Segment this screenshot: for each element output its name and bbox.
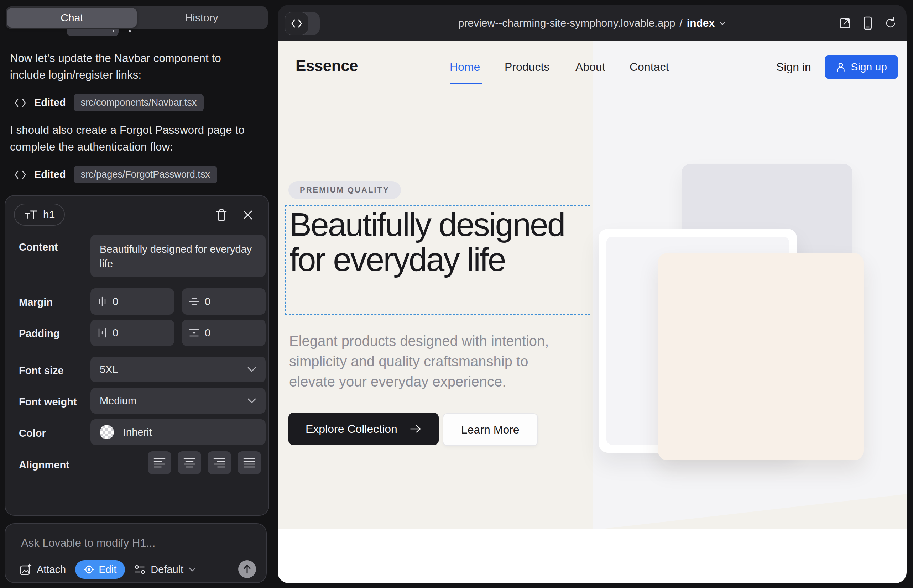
user-icon [836, 62, 846, 72]
chat-message: Now let's update the Navbar component to… [10, 50, 259, 83]
margin-y-value: 0 [205, 296, 210, 307]
margin-y-input[interactable]: 0 [182, 288, 265, 315]
element-editor-panel: h1 Content Beautifully designed for ever… [5, 195, 269, 516]
font-size-value: 5XL [100, 364, 118, 375]
nav-link-products[interactable]: Products [505, 60, 549, 74]
target-icon [84, 564, 94, 575]
sign-in-link[interactable]: Sign in [776, 60, 811, 74]
color-select[interactable]: Inherit [91, 419, 265, 445]
chevron-down-icon [188, 567, 196, 572]
attach-button[interactable]: Attach [19, 564, 66, 575]
typography-icon [24, 210, 37, 219]
margin-x-value: 0 [113, 296, 118, 307]
site-navbar: Essence Home Products About Contact Sign… [278, 41, 907, 98]
learn-more-button[interactable]: Learn More [443, 413, 538, 446]
close-icon[interactable] [240, 207, 256, 223]
align-justify-button[interactable] [238, 451, 261, 474]
attach-label: Attach [37, 564, 66, 575]
active-nav-underline [450, 82, 482, 84]
delete-element-button[interactable] [214, 207, 229, 223]
arrow-right-icon [410, 424, 422, 433]
code-icon[interactable] [285, 12, 308, 35]
align-left-button[interactable] [148, 451, 171, 474]
chat-history-tabs: Chat History [6, 6, 268, 29]
url-bar[interactable]: preview--charming-site-symphony.lovable.… [458, 5, 726, 41]
preview-window: preview--charming-site-symphony.lovable.… [278, 5, 907, 583]
margin-x-input[interactable]: 0 [91, 288, 174, 315]
nav-link-contact[interactable]: Contact [630, 60, 669, 74]
margin-horizontal-icon [97, 297, 107, 307]
sign-up-label: Sign up [851, 61, 887, 73]
browser-bar: preview--charming-site-symphony.lovable.… [278, 5, 907, 41]
chevron-down-icon [247, 398, 256, 404]
code-icon [14, 170, 26, 179]
chevron-down-icon [247, 367, 256, 372]
open-external-icon[interactable] [839, 17, 851, 29]
default-mode-button[interactable]: Default [134, 564, 196, 575]
padding-x-value: 0 [113, 327, 118, 339]
refresh-icon[interactable] [884, 17, 897, 29]
font-size-select[interactable]: 5XL [91, 357, 265, 382]
edit-label: Edit [99, 564, 117, 575]
hero-section: Essence Home Products About Contact Sign… [278, 41, 907, 529]
tab-history[interactable]: History [137, 8, 266, 28]
font-weight-select[interactable]: Medium [91, 388, 265, 414]
scrolled-badge-fragment [67, 29, 118, 36]
margin-label: Margin [19, 297, 53, 308]
sign-up-button[interactable]: Sign up [825, 55, 898, 79]
explore-collection-button[interactable]: Explore Collection [288, 413, 439, 445]
send-button[interactable] [238, 560, 256, 578]
element-tag-label: h1 [43, 208, 55, 221]
browser-actions [839, 5, 897, 41]
chat-composer: Attach Edit Default [5, 523, 267, 583]
composer-toolbar: Attach Edit Default [19, 559, 256, 580]
selected-element-tag: h1 [14, 204, 65, 226]
decor-card-cream [658, 253, 863, 460]
nav-link-about[interactable]: About [575, 60, 605, 74]
edited-file-row: Edited src/pages/ForgotPassword.tsx [14, 166, 217, 183]
edited-label: Edited [34, 97, 66, 108]
edited-file-chip[interactable]: src/pages/ForgotPassword.tsx [74, 166, 217, 183]
nav-link-home[interactable]: Home [450, 60, 480, 74]
padding-horizontal-icon [97, 328, 107, 338]
url-host: preview--charming-site-symphony.lovable.… [458, 17, 675, 29]
color-label: Color [19, 428, 46, 439]
content-input[interactable]: Beautifully designed for everyday life [91, 235, 265, 277]
padding-label: Padding [19, 328, 60, 339]
padding-y-input[interactable]: 0 [182, 320, 265, 346]
site-logo[interactable]: Essence [296, 57, 358, 75]
code-icon [14, 98, 26, 108]
font-weight-value: Medium [100, 395, 136, 407]
transparent-swatch-icon [100, 425, 114, 439]
edited-file-row: Edited src/components/Navbar.tsx [14, 94, 204, 111]
mobile-preview-icon[interactable] [863, 16, 873, 30]
alignment-label: Alignment [19, 459, 70, 471]
chat-panel: Chat History Now let's update the Navbar… [0, 0, 273, 588]
edit-mode-button[interactable]: Edit [75, 560, 125, 579]
chat-message: I should also create a Forgot Password p… [10, 122, 259, 155]
url-path: index [687, 17, 715, 29]
padding-x-input[interactable]: 0 [91, 320, 174, 346]
app-root: Chat History Now let's update the Navbar… [0, 0, 913, 588]
font-weight-label: Font weight [19, 396, 77, 408]
attach-image-icon [19, 564, 32, 575]
edited-file-chip[interactable]: src/components/Navbar.tsx [74, 94, 204, 111]
url-separator: / [680, 17, 683, 29]
explore-label: Explore Collection [306, 423, 397, 436]
edited-label: Edited [34, 169, 66, 181]
padding-y-value: 0 [205, 327, 210, 339]
content-label: Content [19, 241, 58, 253]
hero-heading[interactable]: Beautifully designed for everyday life [290, 207, 585, 277]
tab-chat[interactable]: Chat [7, 8, 137, 28]
align-right-button[interactable] [207, 451, 231, 474]
chevron-down-icon [719, 21, 726, 26]
font-size-label: Font size [19, 365, 64, 376]
padding-vertical-icon [189, 328, 199, 338]
chat-input[interactable] [21, 537, 249, 549]
site-canvas: Essence Home Products About Contact Sign… [278, 41, 907, 583]
sliders-icon [134, 564, 146, 575]
align-center-button[interactable] [178, 451, 201, 474]
code-view-toggle[interactable] [285, 12, 320, 35]
margin-vertical-icon [189, 297, 199, 306]
default-label: Default [151, 564, 183, 575]
